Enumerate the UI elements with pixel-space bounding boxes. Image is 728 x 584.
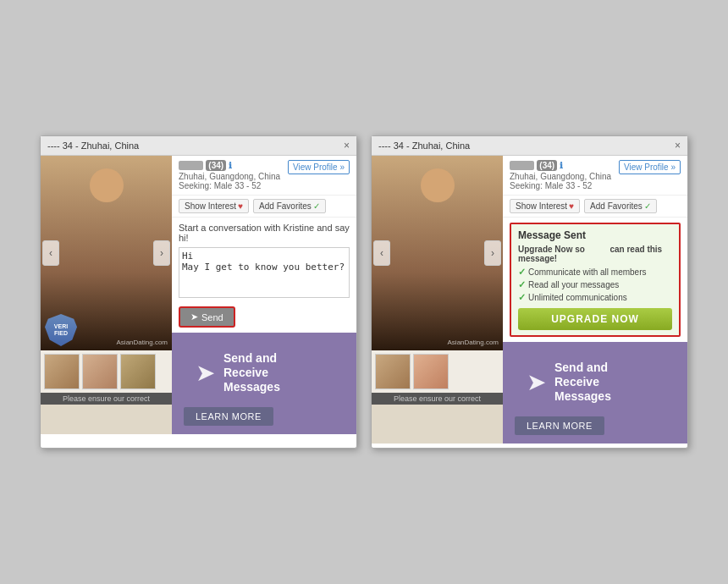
feature-item-2: Read all your messages [518, 279, 672, 290]
person-silhouette-2 [372, 156, 503, 350]
action-bar-2: Show Interest ♥ Add Favorites ✓ [503, 196, 687, 218]
message-area-1: Start a conversation with Kristine and s… [172, 218, 356, 333]
window-1-titlebar: ---- 34 - Zhuhai, China × [41, 136, 356, 156]
thumb-4[interactable] [375, 354, 411, 389]
profile-seeking-2: Seeking: Male 33 - 52 [510, 181, 611, 190]
ad-send-icon-1: ➤ [196, 359, 215, 387]
window-1: ---- 34 - Zhuhai, China × ‹ › VERIFIED A… [40, 135, 357, 449]
ad-banner-1: ➤ Send and Receive Messages [184, 343, 345, 402]
ad-banner-2: ➤ Send and Receive Messages [515, 352, 676, 411]
watermark-1: AsianDating.com [117, 339, 168, 346]
window-2-close[interactable]: × [675, 140, 681, 152]
thumbnail-row-1 [41, 350, 172, 393]
upgrade-text: Upgrade Now so can read this message! [518, 245, 672, 263]
show-interest-btn-1[interactable]: Show Interest ♥ [179, 199, 249, 213]
heart-icon-1: ♥ [238, 201, 243, 211]
blurred-name-1: ---- [179, 161, 203, 170]
info-icon-2: ℹ [560, 161, 563, 170]
learn-more-btn-2[interactable]: LEARN MORE [515, 416, 604, 435]
message-sent-title: Message Sent [518, 229, 672, 241]
footer-bar-2: Please ensure our correct [372, 393, 503, 405]
window-2: ---- 34 - Zhuhai, China × ‹ › AsianDatin… [371, 135, 688, 449]
send-button-1[interactable]: ➤ Send [179, 306, 235, 328]
message-textarea-1[interactable]: Hi May I get to know you better? [179, 247, 350, 298]
window-2-body: ‹ › AsianDating.com Please ensure our co… [372, 156, 687, 444]
nav-right-2[interactable]: › [484, 240, 501, 266]
profile-info-2: ---- (34) ℹ Zhuhai, Guangdong, China See… [510, 160, 611, 190]
action-bar-1: Show Interest ♥ Add Favorites ✓ [172, 196, 356, 218]
profile-header-2: ---- (34) ℹ Zhuhai, Guangdong, China See… [503, 156, 687, 196]
window-2-title: ---- 34 - Zhuhai, China [378, 140, 470, 151]
feature-item-3: Unlimited communications [518, 292, 672, 303]
add-favorites-btn-1[interactable]: Add Favorites ✓ [253, 199, 326, 213]
age-badge-1: (34) [206, 160, 226, 171]
nav-left-2[interactable]: ‹ [373, 240, 390, 266]
ad-send-icon-2: ➤ [527, 368, 546, 396]
learn-more-btn-1[interactable]: LEARN MORE [184, 407, 273, 426]
profile-location-2: Zhuhai, Guangdong, China [510, 172, 611, 181]
profile-seeking-1: Seeking: Male 33 - 52 [179, 181, 280, 190]
watermark-2: AsianDating.com [448, 339, 499, 346]
check-icon-1: ✓ [313, 201, 320, 211]
ad-section-1: ➤ Send and Receive Messages LEARN MORE [172, 333, 356, 434]
thumb-5[interactable] [413, 354, 449, 389]
profile-info-1: ---- (34) ℹ Zhuhai, Guangdong, China See… [179, 160, 280, 190]
message-sent-box: Message Sent Upgrade Now so can read thi… [510, 223, 681, 337]
window-2-titlebar: ---- 34 - Zhuhai, China × [372, 136, 687, 156]
view-profile-btn-1[interactable]: View Profile » [288, 160, 350, 174]
thumbnail-row-2 [372, 350, 503, 393]
content-panel-1: ---- (34) ℹ Zhuhai, Guangdong, China See… [172, 156, 356, 434]
profile-location-1: Zhuhai, Guangdong, China [179, 172, 280, 181]
profile-photo-panel-2: ‹ › AsianDating.com Please ensure our co… [372, 156, 503, 444]
window-1-close[interactable]: × [344, 140, 350, 152]
feature-list: Communicate with all members Read all yo… [518, 267, 672, 303]
window-1-body: ‹ › VERIFIED AsianDating.com Please ensu… [41, 156, 356, 434]
nav-left-1[interactable]: ‹ [42, 240, 59, 266]
ad-text-1: Send and Receive Messages [223, 351, 333, 394]
nav-right-1[interactable]: › [153, 240, 170, 266]
main-photo-1: ‹ › VERIFIED AsianDating.com [41, 156, 172, 350]
main-container: ---- 34 - Zhuhai, China × ‹ › VERIFIED A… [23, 118, 705, 466]
window-1-title: ---- 34 - Zhuhai, China [47, 140, 139, 151]
feature-item-1: Communicate with all members [518, 267, 672, 278]
profile-photo-panel-1: ‹ › VERIFIED AsianDating.com Please ensu… [41, 156, 172, 434]
thumb-2[interactable] [82, 354, 118, 389]
verified-badge-1: VERIFIED [45, 314, 77, 346]
heart-icon-2: ♥ [569, 201, 574, 211]
message-title-1: Start a conversation with Kristine and s… [179, 223, 350, 243]
profile-name-2: ---- (34) ℹ [510, 160, 611, 171]
add-favorites-btn-2[interactable]: Add Favorites ✓ [584, 199, 657, 213]
show-interest-btn-2[interactable]: Show Interest ♥ [510, 199, 580, 213]
footer-bar-1: Please ensure our correct [41, 393, 172, 405]
info-icon-1: ℹ [229, 161, 232, 170]
profile-name-1: ---- (34) ℹ [179, 160, 280, 171]
thumb-3[interactable] [120, 354, 156, 389]
send-icon-1: ➤ [190, 311, 198, 322]
main-photo-2: ‹ › AsianDating.com [372, 156, 503, 350]
profile-header-1: ---- (34) ℹ Zhuhai, Guangdong, China See… [172, 156, 356, 196]
check-icon-2: ✓ [644, 201, 651, 211]
view-profile-btn-2[interactable]: View Profile » [619, 160, 681, 174]
upgrade-now-btn[interactable]: UPGRADE NOW [518, 308, 672, 330]
content-panel-2: ---- (34) ℹ Zhuhai, Guangdong, China See… [503, 156, 687, 444]
blurred-name-2: ---- [510, 161, 534, 170]
thumb-1[interactable] [44, 354, 80, 389]
ad-section-2: ➤ Send and Receive Messages LEARN MORE [503, 342, 687, 444]
ad-text-2: Send and Receive Messages [554, 361, 664, 403]
age-badge-2: (34) [537, 160, 557, 171]
